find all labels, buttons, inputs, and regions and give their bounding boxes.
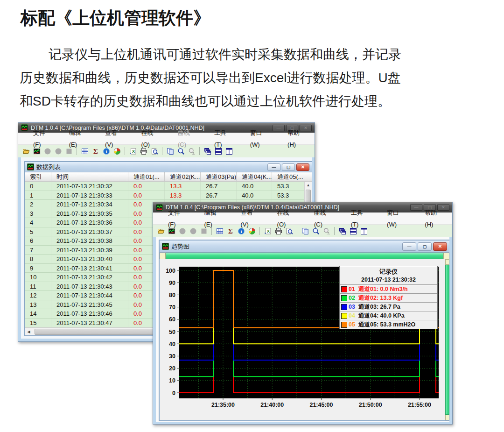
scroll-up-button[interactable] <box>445 259 449 265</box>
legend-channel-number: 04 <box>347 312 358 319</box>
y-axis-label: 0 <box>172 390 175 397</box>
table-cell: 13.3 <box>165 182 201 191</box>
table-cell: 11 <box>25 282 51 291</box>
trend-vertical-scrollbar[interactable] <box>445 259 449 420</box>
table-cell: 0.0 <box>128 182 165 191</box>
app-chart-button[interactable] <box>32 147 42 156</box>
x-axis-label: 21:35:00 <box>211 402 235 408</box>
print-preview-icon <box>286 227 293 235</box>
trend-window: 趋势图 — ▢ ✕ 010203040506070809010021:35:00… <box>159 240 449 421</box>
legend-entry: 04通道04: 40.0 KPa <box>340 311 437 320</box>
scroll-left-button[interactable] <box>160 253 166 259</box>
sigma-button[interactable]: Σ <box>225 227 235 235</box>
info-button[interactable]: i <box>101 147 111 156</box>
tile-vertical-icon <box>225 148 233 155</box>
table-cell: 2011-07-13 21:30:35 <box>51 209 128 218</box>
toolbar-separator <box>259 227 260 235</box>
table-cell: 2011-07-13 21:30:32 <box>51 182 128 191</box>
trend-minimize-button[interactable]: — <box>402 242 416 251</box>
print-preview-button[interactable] <box>284 227 294 235</box>
menu-item-帮助[interactable]: 帮助(H) <box>415 207 452 230</box>
column-header[interactable]: 通道05(... <box>272 172 305 181</box>
datalist-maximize-button[interactable]: ▢ <box>282 163 295 171</box>
toolbar-separator <box>125 147 125 155</box>
data-table-button[interactable] <box>80 147 90 156</box>
column-header[interactable]: 通道04(K... <box>237 172 272 181</box>
excel-export-button[interactable]: X <box>128 147 138 156</box>
legend-entry: 05通道05: 53.3 mmH2O <box>340 320 437 329</box>
record-button <box>177 227 187 235</box>
table-row[interactable]: 12011-07-13 21:30:330.013.326.740.053.3 <box>25 191 312 200</box>
datalist-titlebar[interactable]: 数据列表 — ▢ ✕ <box>25 162 312 172</box>
copy-button[interactable] <box>165 147 175 156</box>
scroll-up-icon[interactable]: ▲ <box>305 182 312 189</box>
zoom-button[interactable] <box>311 227 321 235</box>
cascade-windows-button[interactable] <box>203 147 212 156</box>
menu-item-窗口[interactable]: 窗口(W) <box>378 207 415 230</box>
horizontal-scroll-track[interactable] <box>166 253 443 259</box>
scroll-left-icon[interactable]: ◀ <box>25 330 33 334</box>
window1-menubar: 文件(F)编辑(E)查看(V)在线(O)曲线(C)工具(T)窗口(W)帮助(H) <box>18 133 315 145</box>
table-cell: 7 <box>25 246 51 255</box>
scroll-down-button[interactable] <box>445 415 449 420</box>
info-button[interactable]: i <box>236 227 246 235</box>
zoom-button <box>322 227 331 235</box>
print-button[interactable] <box>273 227 283 235</box>
print-button[interactable] <box>139 147 148 156</box>
print-preview-button[interactable] <box>149 147 159 156</box>
menu-item-窗口[interactable]: 窗口(W) <box>241 127 278 150</box>
table-row[interactable]: 02011-07-13 21:30:320.013.326.740.053.3 <box>25 182 312 191</box>
page-title: 标配《上位机管理软件》 <box>21 7 210 30</box>
legend-channel-label: 通道03: 26.7 Pa <box>358 303 400 311</box>
cascade-windows-button[interactable] <box>337 227 347 235</box>
sigma-button[interactable]: Σ <box>91 147 100 156</box>
y-axis-label: 80 <box>169 292 175 298</box>
trend-horizontal-scrollbar[interactable] <box>160 253 449 259</box>
zoom-button[interactable] <box>176 147 186 156</box>
open-file-button[interactable] <box>156 227 166 235</box>
datalist-close-button[interactable]: ✕ <box>296 163 309 171</box>
scroll-right-button[interactable] <box>443 253 449 259</box>
stop-icon <box>65 148 73 155</box>
legend-title: 记录仪 <box>340 266 437 276</box>
table-cell: 2011-07-13 21:30:46 <box>51 309 128 318</box>
data-table-button[interactable] <box>215 227 224 235</box>
y-axis-label: 10 <box>169 377 175 384</box>
y-axis-label: 70 <box>169 304 175 311</box>
datalist-minimize-button[interactable]: — <box>267 163 280 171</box>
copy-icon <box>301 227 309 235</box>
column-header[interactable]: 通道01(... <box>128 172 165 181</box>
open-file-button[interactable] <box>21 147 31 156</box>
record-button <box>42 147 52 156</box>
print-icon <box>275 227 282 235</box>
cascade-windows-icon <box>204 148 211 155</box>
legend-entry: 03通道03: 26.7 Pa <box>340 302 437 311</box>
tile-horizontal-button[interactable] <box>213 147 223 156</box>
table-cell: 4 <box>25 218 51 227</box>
menu-item-帮助[interactable]: 帮助(H) <box>278 127 315 150</box>
zoom-button <box>187 147 196 156</box>
column-header[interactable]: 通道03(Pa) <box>201 172 237 181</box>
stop-button <box>199 227 209 235</box>
app-chart-button[interactable] <box>167 227 176 235</box>
trend-maximize-button[interactable]: ▢ <box>418 242 432 251</box>
column-header[interactable]: 时间 <box>51 172 128 181</box>
legend-entry: 01通道01: 0.0 Nm3/h <box>340 284 437 293</box>
tile-horizontal-icon <box>215 148 222 155</box>
info-icon: i <box>238 227 245 235</box>
column-header[interactable]: 通道02(K... <box>165 172 201 181</box>
y-axis-label: 90 <box>169 280 175 286</box>
table-cell: 2011-07-13 21:30:41 <box>51 264 128 273</box>
column-header[interactable]: 索引 <box>25 172 51 181</box>
tile-horizontal-button[interactable] <box>348 227 358 235</box>
pie-chart-button[interactable] <box>247 227 257 235</box>
trend-close-button[interactable]: ✕ <box>433 242 447 251</box>
table-cell: 13 <box>25 300 51 309</box>
pie-chart-button[interactable] <box>112 147 122 156</box>
tile-vertical-button[interactable] <box>359 227 369 235</box>
trend-titlebar[interactable]: 趋势图 — ▢ ✕ <box>160 241 449 253</box>
vertical-scroll-track[interactable] <box>445 265 449 415</box>
tile-vertical-button[interactable] <box>224 147 234 156</box>
excel-export-button[interactable]: X <box>263 227 273 235</box>
copy-button[interactable] <box>300 227 310 235</box>
